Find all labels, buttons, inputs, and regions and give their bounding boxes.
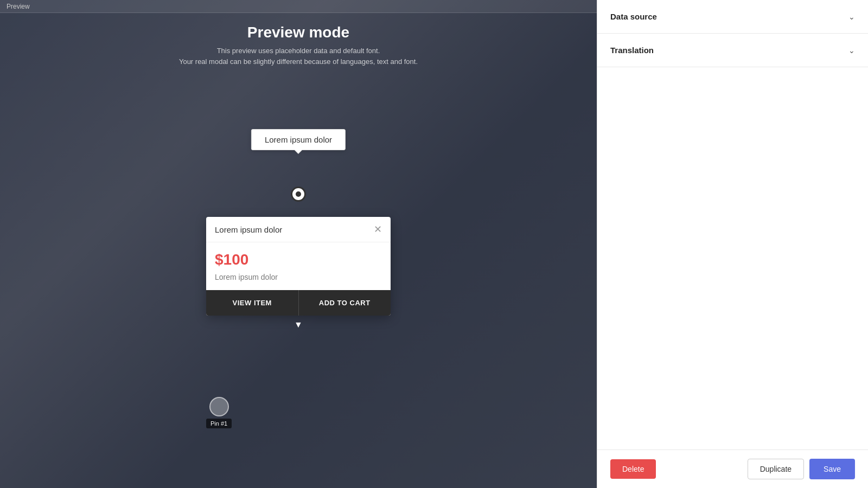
preview-subtitle-line2: Your real modal can be slightly differen… [0, 56, 597, 67]
preview-title: Preview mode [0, 24, 597, 41]
translation-label: Translation [610, 46, 654, 55]
save-button[interactable]: Save [809, 459, 855, 479]
modal-footer: VIEW ITEM ADD TO CART [206, 290, 391, 316]
data-source-accordion: Data source ⌄ [597, 0, 868, 34]
modal-body: $100 Lorem ipsum dolor [206, 242, 391, 290]
translation-accordion: Translation ⌄ [597, 34, 868, 67]
translation-header[interactable]: Translation ⌄ [597, 34, 868, 67]
pin-dot-inner [296, 191, 301, 197]
right-panel-content: Data source ⌄ Translation ⌄ [597, 0, 868, 488]
product-modal: Lorem ipsum dolor ✕ $100 Lorem ipsum dol… [206, 217, 391, 316]
close-icon[interactable]: ✕ [374, 224, 382, 234]
delete-button[interactable]: Delete [610, 459, 656, 479]
pin-indicator[interactable]: Pin #1 [206, 397, 232, 428]
pin-avatar [209, 397, 229, 416]
modal-description: Lorem ipsum dolor [215, 273, 382, 281]
chevron-down-icon: ⌄ [848, 46, 855, 55]
action-bar: Delete Duplicate Save [597, 450, 868, 488]
add-to-cart-button[interactable]: ADD TO CART [299, 290, 391, 316]
tooltip-popup: Lorem ipsum dolor [251, 129, 346, 150]
data-source-header[interactable]: Data source ⌄ [597, 0, 868, 33]
modal-header: Lorem ipsum dolor ✕ [206, 217, 391, 242]
top-bar: Preview [0, 0, 597, 13]
pin-dot[interactable] [291, 187, 306, 202]
duplicate-button[interactable]: Duplicate [748, 459, 804, 479]
modal-price: $100 [215, 251, 382, 268]
chevron-down-icon: ⌄ [848, 12, 855, 21]
preview-subtitle-line1: This preview uses placeholder data and d… [0, 46, 597, 56]
right-panel: Data source ⌄ Translation ⌄ Delete Dupli… [597, 0, 868, 488]
chevron-down-icon: ▼ [294, 320, 303, 330]
pin-label: Pin #1 [206, 419, 232, 428]
action-right-group: Duplicate Save [748, 459, 855, 479]
top-bar-label: Preview [7, 3, 30, 10]
modal-title: Lorem ipsum dolor [215, 225, 282, 234]
preview-panel: Preview Preview mode This preview uses p… [0, 0, 597, 488]
data-source-label: Data source [610, 12, 657, 21]
view-item-button[interactable]: VIEW ITEM [206, 290, 299, 316]
tooltip-text: Lorem ipsum dolor [265, 135, 332, 144]
preview-header: Preview mode This preview uses placehold… [0, 13, 597, 73]
